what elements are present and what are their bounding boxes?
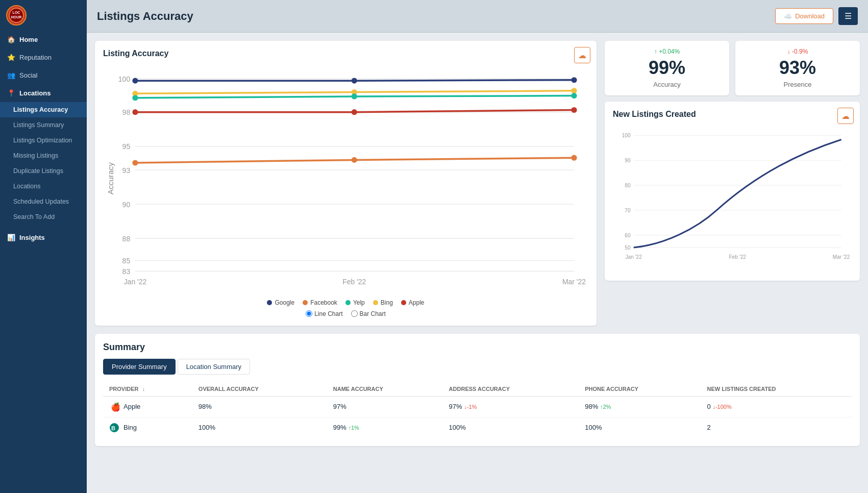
top-row: Listing Accuracy ☁ Accuracy 100 98 95 [95,41,860,326]
listing-accuracy-card: Listing Accuracy ☁ Accuracy 100 98 95 [95,41,597,326]
presence-label: Presence [745,81,851,88]
svg-point-35 [132,160,138,165]
download-button[interactable]: ☁️ Download [775,8,833,24]
svg-point-37 [571,155,577,161]
tab-provider-summary[interactable]: Provider Summary [103,359,176,375]
bing-provider-cell: B Bing [103,417,192,438]
facebook-legend-dot [303,300,308,305]
svg-text:Feb '22: Feb '22 [342,278,366,286]
bing-address: 100% [443,417,579,438]
new-listings-title: New Listings Created [613,110,852,119]
new-listings-card: New Listings Created ☁ 100 90 80 70 60 [605,102,860,281]
sidebar-subitem-missing-listings[interactable]: Missing Listings [0,148,87,163]
download-icon: ☁️ [784,12,792,20]
col-provider: PROVIDER ↓ [103,382,192,397]
new-listings-upload-button[interactable]: ☁ [837,108,854,124]
sidebar-subitem-duplicate-listings[interactable]: Duplicate Listings [0,163,87,179]
down-arrow-icon: ↓ [787,48,790,55]
locations-icon: 📍 [7,89,15,97]
svg-point-30 [352,93,357,99]
svg-text:🍎: 🍎 [111,402,119,412]
svg-text:80: 80 [625,183,631,188]
svg-point-33 [352,109,357,115]
legend-bing: Bing [373,299,393,306]
sidebar-item-home[interactable]: 🏠 Home [0,31,87,48]
table-row: B Bing 100% 99% ↑1% 100% 100% 2 [103,417,852,438]
main-content: Listings Accuracy ☁️ Download ☰ Listing … [87,0,868,493]
svg-point-28 [571,88,577,93]
sidebar-item-reputation[interactable]: ⭐ Reputation [0,48,87,66]
sort-icon[interactable]: ↓ [142,386,145,392]
bing-name: 99% ↑1% [327,417,443,438]
tab-location-summary[interactable]: Location Summary [178,359,250,375]
legend-apple: Apple [401,299,425,306]
summary-table: PROVIDER ↓ OVERALL ACCURACY NAME ACCURAC… [103,382,852,438]
sidebar-item-social[interactable]: 👥 Social [0,66,87,84]
col-name-accuracy: NAME ACCURACY [327,382,443,397]
bing-legend-dot [373,300,378,305]
sidebar-item-insights[interactable]: 📊 Insights [0,229,87,246]
svg-text:70: 70 [625,208,631,213]
apple-icon: 🍎 [109,402,119,412]
accuracy-label: Accuracy [614,81,720,88]
svg-point-31 [571,93,577,98]
topbar: Listings Accuracy ☁️ Download ☰ [87,0,868,33]
page-title: Listings Accuracy [97,10,193,23]
svg-text:Mar '22: Mar '22 [833,254,850,260]
svg-text:90: 90 [122,201,131,209]
bing-phone: 100% [579,417,701,438]
sidebar: LOC HOUR 🏠 Home ⭐ Reputation 👥 Social 📍 … [0,0,87,493]
content-area: Listing Accuracy ☁ Accuracy 100 98 95 [87,33,868,493]
apple-provider-cell: 🍎 Apple [103,396,192,417]
sidebar-subitem-locations[interactable]: Locations [0,179,87,194]
accuracy-chart-svg: Accuracy 100 98 95 93 90 88 [103,64,588,293]
svg-text:50: 50 [625,245,631,251]
sidebar-item-locations[interactable]: 📍 Locations [0,84,87,102]
bar-chart-radio[interactable]: Bar Chart [351,310,386,317]
right-column: ↑ +0.04% 99% Accuracy ↓ -0.9% 93% Presen… [605,41,860,281]
chart-upload-button[interactable]: ☁ [574,47,590,63]
sidebar-subitem-listings-summary[interactable]: Listings Summary [0,117,87,133]
accuracy-value: 99% [614,57,720,79]
svg-point-36 [352,157,357,163]
apple-legend-dot [401,300,406,305]
accuracy-stat-card: ↑ +0.04% 99% Accuracy [605,41,729,95]
app-logo: LOC HOUR [6,5,27,26]
logo: LOC HOUR [0,0,87,31]
svg-text:60: 60 [625,233,631,238]
google-legend-dot [267,300,272,305]
sidebar-subitem-listings-optimization[interactable]: Listings Optimization [0,133,87,148]
sidebar-subitem-listings-accuracy[interactable]: Listings Accuracy [0,102,87,117]
svg-text:83: 83 [122,267,131,276]
line-chart-radio[interactable]: Line Chart [306,310,342,317]
svg-point-23 [132,78,138,84]
stats-row: ↑ +0.04% 99% Accuracy ↓ -0.9% 93% Presen… [605,41,860,95]
bing-name-change: ↑1% [348,425,359,431]
svg-point-24 [352,78,357,84]
svg-point-34 [571,107,577,113]
svg-text:95: 95 [122,142,131,151]
up-arrow-icon: ↑ [654,48,657,55]
legend-yelp: Yelp [345,299,365,306]
svg-text:90: 90 [625,158,631,163]
apple-overall: 98% [192,396,327,417]
table-row: 🍎 Apple 98% 97% 97% ↓-1% 98% [103,396,852,417]
svg-point-32 [132,109,138,115]
svg-point-25 [571,77,577,83]
svg-text:100: 100 [118,75,131,83]
presence-change: ↓ -0.9% [745,48,851,55]
sidebar-subitem-scheduled-updates[interactable]: Scheduled Updates [0,194,87,209]
svg-text:Jan '22: Jan '22 [124,278,147,286]
apple-name: 97% [327,396,443,417]
col-new-listings: NEW LISTINGS CREATED [701,382,852,397]
svg-text:88: 88 [122,235,131,243]
bing-new-listings: 2 [701,417,852,438]
svg-text:98: 98 [122,108,131,116]
apple-address: 97% ↓-1% [443,396,579,417]
svg-text:LOC: LOC [13,11,20,14]
sidebar-subitem-search-to-add[interactable]: Search To Add [0,209,87,225]
table-header-row: PROVIDER ↓ OVERALL ACCURACY NAME ACCURAC… [103,382,852,397]
hamburger-icon: ☰ [845,12,852,20]
menu-button[interactable]: ☰ [838,7,858,25]
col-overall-accuracy: OVERALL ACCURACY [192,382,327,397]
